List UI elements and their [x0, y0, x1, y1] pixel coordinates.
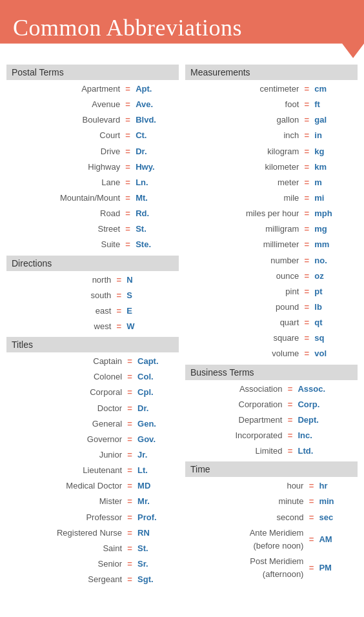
abbreviation-cell: Ltd. — [295, 443, 358, 459]
term-cell: milligram — [185, 221, 301, 237]
equals-sign: = — [301, 221, 312, 237]
abbreviation-cell: qt — [312, 315, 358, 330]
equals-sign: = — [301, 190, 312, 206]
abbreviation-cell: hr — [316, 478, 358, 494]
equals-sign: = — [301, 159, 312, 175]
term-cell: square — [185, 330, 301, 346]
equals-sign: = — [301, 315, 312, 330]
term-cell: Drive — [6, 144, 123, 159]
abbreviation-cell: Capt. — [135, 354, 179, 369]
term-cell: north — [6, 272, 114, 288]
postal-terms-table: Apartment=Apt.Avenue=Ave.Boulevard=Blvd.… — [6, 81, 179, 253]
table-row: quart=qt — [185, 315, 358, 330]
equals-sign: = — [125, 354, 135, 369]
abbreviation-cell: Mt. — [133, 190, 179, 206]
equals-sign: = — [123, 175, 133, 190]
page-header: Common Abbreviations — [0, 0, 364, 58]
term-cell: Court — [6, 128, 123, 143]
abbreviation-cell: Sr. — [135, 556, 179, 572]
directions-header: Directions — [6, 256, 179, 271]
table-row: Street=St. — [6, 221, 179, 237]
equals-sign: = — [301, 330, 312, 346]
term-cell: inch — [185, 128, 301, 143]
term-cell: Corporal — [6, 385, 125, 400]
term-cell: Avenue — [6, 97, 123, 112]
table-row: Corporation=Corp. — [185, 397, 358, 412]
equals-sign: = — [125, 478, 135, 494]
table-row: pint=pt — [185, 284, 358, 299]
abbreviation-cell: W — [124, 319, 179, 334]
right-column: Measurements centimeter=cmfoot=ftgallon=… — [185, 65, 358, 590]
abbreviation-cell: mg — [312, 221, 358, 237]
table-row: Boulevard=Blvd. — [6, 112, 179, 128]
term-cell: Highway — [6, 159, 123, 175]
term-cell: Lane — [6, 175, 123, 190]
table-row: west=W — [6, 319, 179, 334]
table-row: Governor=Gov. — [6, 432, 179, 447]
term-cell: hour — [185, 478, 306, 494]
table-row: north=N — [6, 272, 179, 288]
term-cell: millimeter — [185, 237, 301, 252]
abbreviation-cell: Mr. — [135, 494, 179, 509]
term-cell: Street — [6, 221, 123, 237]
term-cell: second — [185, 510, 306, 525]
term-cell: Lieutenant — [6, 463, 125, 478]
table-row: number=no. — [185, 253, 358, 268]
term-cell: quart — [185, 315, 301, 330]
equals-sign: = — [123, 97, 133, 112]
abbreviation-cell: in — [312, 128, 358, 143]
equals-sign: = — [301, 144, 312, 159]
abbreviation-cell: AM — [316, 525, 358, 554]
term-cell: centimeter — [185, 81, 301, 97]
titles-table: Captain=Capt.Colonel=Col.Corporal=Cpl.Do… — [6, 354, 179, 587]
equals-sign: = — [125, 572, 135, 587]
term-cell: Association — [185, 381, 285, 397]
equals-sign: = — [301, 346, 312, 361]
table-row: Department=Dept. — [185, 412, 358, 428]
term-cell: Sergeant — [6, 572, 125, 587]
equals-sign: = — [125, 447, 135, 463]
equals-sign: = — [125, 556, 135, 572]
time-table: hour=hrminute=minsecond=secAnte Meridiem… — [185, 478, 358, 582]
measurements-header: Measurements — [185, 65, 358, 80]
table-row: second=sec — [185, 510, 358, 525]
abbreviation-cell: Col. — [135, 369, 179, 385]
abbreviation-cell: St. — [135, 541, 179, 556]
table-row: inch=in — [185, 128, 358, 143]
abbreviation-cell: Blvd. — [133, 112, 179, 128]
postal-terms-header: Postal Terms — [6, 65, 179, 80]
equals-sign: = — [301, 97, 312, 112]
table-row: minute=min — [185, 494, 358, 509]
abbreviation-cell: mm — [312, 237, 358, 252]
term-cell: Road — [6, 206, 123, 221]
abbreviation-cell: mph — [312, 206, 358, 221]
equals-sign: = — [301, 237, 312, 252]
term-cell: foot — [185, 97, 301, 112]
table-row: Mountain/Mount=Mt. — [6, 190, 179, 206]
equals-sign: = — [306, 525, 316, 554]
abbreviation-cell: ft — [312, 97, 358, 112]
equals-sign: = — [301, 175, 312, 190]
table-row: Sergeant=Sgt. — [6, 572, 179, 587]
table-row: Colonel=Col. — [6, 369, 179, 385]
abbreviation-cell: sec — [316, 510, 358, 525]
table-row: kilometer=km — [185, 159, 358, 175]
equals-sign: = — [114, 288, 124, 303]
term-cell: Colonel — [6, 369, 125, 385]
business-terms-table: Association=Assoc.Corporation=Corp.Depar… — [185, 381, 358, 460]
equals-sign: = — [125, 525, 135, 541]
equals-sign: = — [123, 190, 133, 206]
table-row: Road=Rd. — [6, 206, 179, 221]
term-cell: Doctor — [6, 401, 125, 416]
term-cell: volume — [185, 346, 301, 361]
abbreviation-cell: St. — [133, 221, 179, 237]
table-row: kilogram=kg — [185, 144, 358, 159]
table-row: ounce=oz — [185, 268, 358, 284]
abbreviation-cell: pt — [312, 284, 358, 299]
table-row: Limited=Ltd. — [185, 443, 358, 459]
term-cell: minute — [185, 494, 306, 509]
equals-sign: = — [123, 112, 133, 128]
table-row: Incorporated=Inc. — [185, 428, 358, 443]
abbreviation-cell: min — [316, 494, 358, 509]
term-cell: Saint — [6, 541, 125, 556]
